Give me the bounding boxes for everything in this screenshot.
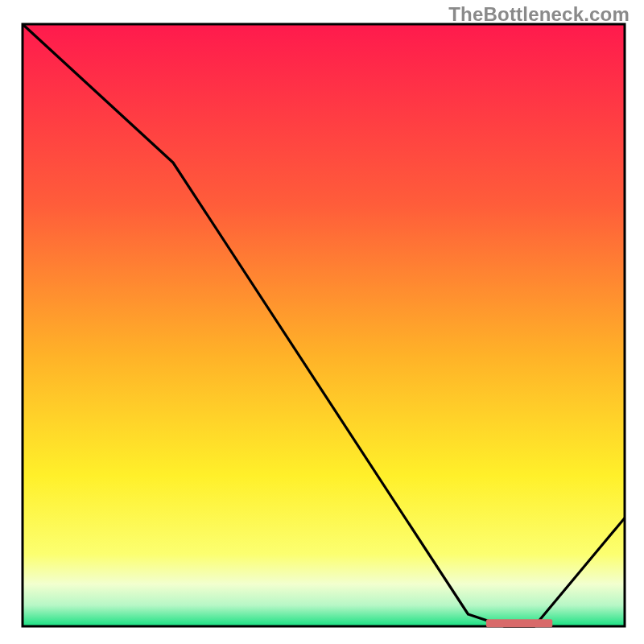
optimal-range-marker — [486, 619, 552, 627]
chart-stage: TheBottleneck.com — [0, 0, 644, 644]
bottleneck-chart — [0, 0, 644, 644]
gradient-background — [23, 24, 625, 626]
